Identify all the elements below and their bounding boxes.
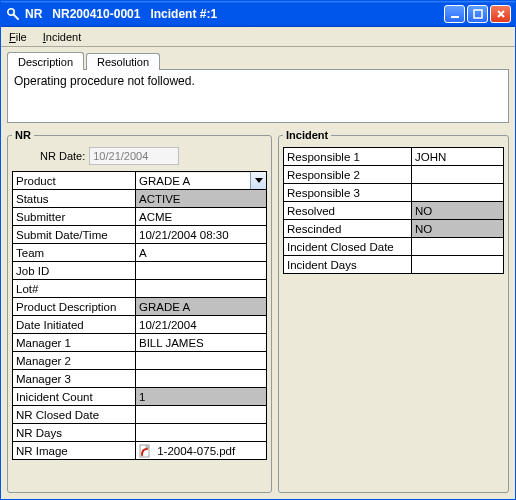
table-row: Status ACTIVE: [13, 190, 267, 208]
cell-label: Manager 1: [13, 334, 136, 352]
cell-value[interactable]: [136, 370, 267, 388]
cell-value[interactable]: [136, 424, 267, 442]
cell-label: Product Description: [13, 298, 136, 316]
table-row: Manager 2: [13, 352, 267, 370]
cell-label: Submitter: [13, 208, 136, 226]
cell-label: Rescinded: [284, 220, 412, 238]
close-button[interactable]: [490, 5, 511, 23]
cell-value[interactable]: [412, 256, 504, 274]
cell-label: Responsible 1: [284, 148, 412, 166]
nr-grid-wrap[interactable]: Product GRADE A: [12, 171, 267, 488]
cell-label: Incident Closed Date: [284, 238, 412, 256]
cell-label: Status: [13, 190, 136, 208]
table-row: Submit Date/Time 10/21/2004 08:30: [13, 226, 267, 244]
lower-panels: NR NR Date: Product GRADE A: [7, 129, 509, 493]
menu-file-rest: ile: [16, 31, 27, 43]
cell-value[interactable]: [136, 352, 267, 370]
cell-value[interactable]: [136, 262, 267, 280]
menubar: File Incident: [1, 27, 515, 47]
window-controls: [444, 5, 511, 23]
cell-value[interactable]: JOHN: [412, 148, 504, 166]
minimize-button[interactable]: [444, 5, 465, 23]
cell-label: Product: [13, 172, 136, 190]
cell-label: Lot#: [13, 280, 136, 298]
cell-value[interactable]: 10/21/2004 08:30: [136, 226, 267, 244]
table-row: Inicident Count 1: [13, 388, 267, 406]
product-combo-text: GRADE A: [136, 173, 250, 189]
cell-value[interactable]: NO: [412, 202, 504, 220]
menu-incident-rest: ncident: [46, 31, 81, 43]
table-row: Responsible 3: [284, 184, 504, 202]
cell-label: Date Initiated: [13, 316, 136, 334]
cell-value[interactable]: [136, 280, 267, 298]
nr-date-input[interactable]: [89, 147, 179, 165]
cell-label: Manager 3: [13, 370, 136, 388]
client-area: Description Resolution Operating procedu…: [1, 47, 515, 499]
table-row: Resolved NO: [284, 202, 504, 220]
cell-label: Inicident Count: [13, 388, 136, 406]
table-row: Rescinded NO: [284, 220, 504, 238]
table-row: Date Initiated 10/21/2004: [13, 316, 267, 334]
nr-date-label: NR Date:: [40, 150, 85, 162]
svg-rect-3: [474, 10, 482, 18]
nr-image-cell[interactable]: 1-2004-075.pdf: [136, 442, 267, 460]
cell-label: NR Closed Date: [13, 406, 136, 424]
cell-value[interactable]: 10/21/2004: [136, 316, 267, 334]
tab-resolution[interactable]: Resolution: [86, 53, 160, 70]
cell-value[interactable]: ACME: [136, 208, 267, 226]
cell-value[interactable]: GRADE A: [136, 298, 267, 316]
table-row: Incident Days: [284, 256, 504, 274]
pdf-icon: [138, 444, 152, 458]
product-combo[interactable]: GRADE A: [136, 172, 267, 190]
incident-legend: Incident: [283, 129, 331, 141]
maximize-button[interactable]: [467, 5, 488, 23]
incident-grid: Responsible 1 JOHN Responsible 2 Respons…: [283, 147, 504, 274]
table-row: Incident Closed Date: [284, 238, 504, 256]
cell-label: Manager 2: [13, 352, 136, 370]
cell-value[interactable]: [412, 166, 504, 184]
svg-line-1: [13, 14, 18, 19]
svg-rect-2: [451, 16, 459, 18]
cell-value[interactable]: BILL JAMES: [136, 334, 267, 352]
incident-grid-wrap[interactable]: Responsible 1 JOHN Responsible 2 Respons…: [283, 147, 504, 488]
cell-label: NR Image: [13, 442, 136, 460]
cell-label: Submit Date/Time: [13, 226, 136, 244]
cell-value[interactable]: A: [136, 244, 267, 262]
app-window: NR NR200410-0001 Incident #:1 File Incid…: [0, 0, 516, 500]
table-row: NR Image 1-2004-: [13, 442, 267, 460]
tab-description[interactable]: Description: [7, 52, 84, 70]
cell-label: Responsible 2: [284, 166, 412, 184]
table-row: NR Days: [13, 424, 267, 442]
cell-label: Responsible 3: [284, 184, 412, 202]
menu-incident[interactable]: Incident: [39, 29, 86, 45]
titlebar[interactable]: NR NR200410-0001 Incident #:1: [1, 1, 515, 27]
table-row: Submitter ACME: [13, 208, 267, 226]
cell-value[interactable]: ACTIVE: [136, 190, 267, 208]
table-row: Responsible 1 JOHN: [284, 148, 504, 166]
cell-value[interactable]: [412, 184, 504, 202]
cell-value[interactable]: [412, 238, 504, 256]
table-row: Manager 1 BILL JAMES: [13, 334, 267, 352]
cell-label: Team: [13, 244, 136, 262]
svg-marker-6: [255, 178, 263, 183]
cell-value[interactable]: NO: [412, 220, 504, 238]
menu-file[interactable]: File: [5, 29, 31, 45]
tab-area: Description Resolution Operating procedu…: [7, 50, 509, 123]
nr-grid: Product GRADE A: [12, 171, 267, 460]
cell-label: Job ID: [13, 262, 136, 280]
table-row: Team A: [13, 244, 267, 262]
chevron-down-icon[interactable]: [250, 172, 266, 189]
table-row: NR Closed Date: [13, 406, 267, 424]
table-row: Job ID: [13, 262, 267, 280]
tab-spacer: [162, 69, 509, 70]
table-row: Product Description GRADE A: [13, 298, 267, 316]
nr-legend: NR: [12, 129, 34, 141]
description-text[interactable]: Operating procedure not followed.: [7, 69, 509, 123]
nr-group: NR NR Date: Product GRADE A: [7, 129, 272, 493]
cell-value[interactable]: 1: [136, 388, 267, 406]
table-row: Lot#: [13, 280, 267, 298]
cell-label: Resolved: [284, 202, 412, 220]
cell-value[interactable]: [136, 406, 267, 424]
table-row: Responsible 2: [284, 166, 504, 184]
cell-label: NR Days: [13, 424, 136, 442]
